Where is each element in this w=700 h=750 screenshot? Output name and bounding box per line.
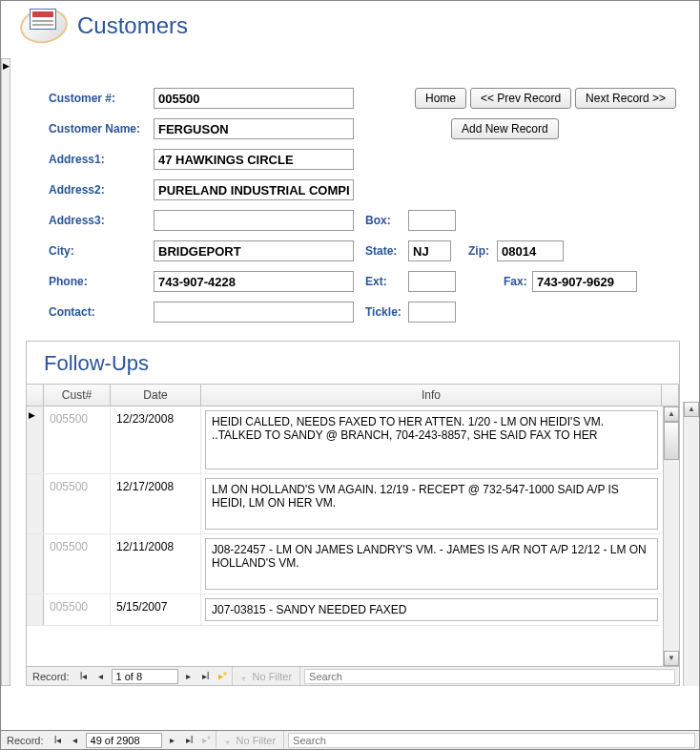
table-row[interactable]: 00550012/11/2008J08-22457 - LM ON JAMES … bbox=[27, 534, 662, 594]
label-state: State: bbox=[365, 244, 408, 258]
cell-cust[interactable]: 005500 bbox=[44, 406, 111, 473]
phone-field[interactable] bbox=[154, 271, 354, 292]
box-field[interactable] bbox=[408, 210, 456, 231]
label-contact: Contact: bbox=[49, 305, 154, 319]
subnav-last-button[interactable]: ▸I bbox=[197, 668, 215, 685]
label-address1: Address1: bbox=[49, 153, 154, 166]
grid-body: ▶00550012/23/2008HEIDI CALLED, NEEDS FAX… bbox=[27, 406, 679, 666]
outer-scroll-up-icon[interactable]: ▲ bbox=[684, 402, 699, 417]
cell-cust[interactable]: 005500 bbox=[44, 474, 111, 533]
cell-info-wrap: J07-03815 - SANDY NEEDED FAXED bbox=[201, 594, 662, 625]
next-record-button[interactable]: Next Record >> bbox=[575, 88, 676, 109]
label-zip: Zip: bbox=[468, 244, 497, 258]
city-field[interactable] bbox=[154, 240, 354, 261]
row-selector[interactable] bbox=[27, 474, 44, 533]
form-content: ▶ Customer #: Home << Prev Record Next R… bbox=[1, 58, 699, 686]
label-customer-num: Customer #: bbox=[49, 92, 154, 105]
label-customer-name: Customer Name: bbox=[49, 122, 154, 135]
label-box: Box: bbox=[365, 214, 408, 227]
table-row[interactable]: ▶00550012/23/2008HEIDI CALLED, NEEDS FAX… bbox=[27, 406, 662, 474]
scroll-up-icon[interactable]: ▲ bbox=[664, 406, 679, 422]
outernav-first-button[interactable]: I◂ bbox=[50, 732, 67, 749]
subnav-first-button[interactable]: I◂ bbox=[75, 668, 93, 685]
cell-info[interactable]: J07-03815 - SANDY NEEDED FAXED bbox=[205, 598, 658, 621]
outer-record-nav: Record: I◂ ◂ ▸ ▸I ▸* No Filter bbox=[1, 730, 699, 749]
cell-date[interactable]: 5/15/2007 bbox=[111, 594, 201, 625]
outernav-prev-button[interactable]: ◂ bbox=[67, 732, 84, 749]
cell-info-wrap: LM ON HOLLAND'S VM AGAIN. 12/19 - RECEPT… bbox=[201, 474, 662, 533]
address3-field[interactable] bbox=[154, 210, 354, 231]
header-selector[interactable] bbox=[27, 385, 44, 406]
contact-field[interactable] bbox=[154, 302, 354, 323]
label-city: City: bbox=[49, 244, 154, 258]
subnav-search[interactable] bbox=[304, 669, 675, 684]
row-selector[interactable] bbox=[27, 594, 44, 625]
add-new-record-button[interactable]: Add New Record bbox=[451, 118, 559, 139]
subform-record-nav: Record: I◂ ◂ ▸ ▸I ▸* No Filter bbox=[27, 666, 679, 685]
outernav-position[interactable] bbox=[86, 733, 162, 748]
label-phone: Phone: bbox=[49, 275, 154, 288]
header-scroll-gap bbox=[662, 385, 679, 406]
tickle-field[interactable] bbox=[408, 302, 456, 323]
followups-subform: Follow-Ups Cust# Date Info ▶00550012/23/… bbox=[26, 341, 680, 686]
subform-title: Follow-Ups bbox=[44, 351, 679, 376]
prev-record-button[interactable]: << Prev Record bbox=[470, 88, 571, 109]
cell-cust[interactable]: 005500 bbox=[44, 534, 111, 594]
header-cust[interactable]: Cust# bbox=[44, 385, 111, 406]
outernav-filter[interactable]: No Filter bbox=[216, 731, 285, 749]
outernav-search[interactable] bbox=[288, 733, 695, 748]
customers-icon bbox=[20, 9, 68, 43]
table-row[interactable]: 00550012/17/2008LM ON HOLLAND'S VM AGAIN… bbox=[27, 474, 662, 534]
label-address3: Address3: bbox=[49, 214, 154, 227]
home-button[interactable]: Home bbox=[415, 88, 466, 109]
cell-info-wrap: HEIDI CALLED, NEEDS FAXED TO HER ATTEN. … bbox=[201, 406, 662, 473]
outernav-new-button: ▸* bbox=[198, 732, 216, 749]
label-ext: Ext: bbox=[365, 275, 408, 288]
customer-name-field[interactable] bbox=[154, 118, 354, 139]
subnav-new-button[interactable]: ▸* bbox=[215, 668, 232, 685]
outernav-last-button[interactable]: ▸I bbox=[181, 732, 198, 749]
table-row[interactable]: 0055005/15/2007J07-03815 - SANDY NEEDED … bbox=[27, 594, 662, 626]
scrollbar-thumb[interactable] bbox=[664, 422, 679, 460]
cell-info[interactable]: HEIDI CALLED, NEEDS FAXED TO HER ATTEN. … bbox=[205, 410, 658, 469]
address2-field[interactable] bbox=[154, 179, 354, 200]
address1-field[interactable] bbox=[154, 149, 354, 170]
subform-vertical-scrollbar[interactable]: ▲ ▼ bbox=[663, 406, 679, 666]
label-tickle: Tickle: bbox=[365, 305, 408, 319]
subnav-prev-button[interactable]: ◂ bbox=[93, 668, 110, 685]
header-info[interactable]: Info bbox=[201, 385, 662, 406]
cell-info[interactable]: LM ON HOLLAND'S VM AGAIN. 12/19 - RECEPT… bbox=[205, 478, 658, 530]
row-selector[interactable]: ▶ bbox=[27, 406, 44, 473]
customer-number-field[interactable] bbox=[154, 88, 354, 109]
outernav-next-button[interactable]: ▸ bbox=[164, 732, 181, 749]
cell-info-wrap: J08-22457 - LM ON JAMES LANDRY'S VM. - J… bbox=[201, 534, 662, 594]
cell-date[interactable]: 12/17/2008 bbox=[111, 474, 201, 533]
cell-date[interactable]: 12/23/2008 bbox=[111, 406, 201, 473]
cell-cust[interactable]: 005500 bbox=[44, 594, 111, 625]
funnel-icon bbox=[224, 736, 234, 745]
page-title: Customers bbox=[77, 12, 188, 39]
fax-field[interactable] bbox=[532, 271, 637, 292]
subnav-next-button[interactable]: ▸ bbox=[180, 668, 197, 685]
outernav-label: Record: bbox=[1, 735, 50, 746]
header-date[interactable]: Date bbox=[111, 385, 201, 406]
customers-form: Customers ▶ Customer #: Home << Prev Rec… bbox=[0, 0, 700, 750]
row-selector[interactable] bbox=[27, 534, 44, 594]
subnav-filter[interactable]: No Filter bbox=[232, 667, 301, 685]
scroll-down-icon[interactable]: ▼ bbox=[664, 651, 679, 666]
state-field[interactable] bbox=[408, 240, 451, 261]
customer-fields: Customer #: Home << Prev Record Next Rec… bbox=[20, 68, 699, 323]
subnav-label: Record: bbox=[27, 671, 75, 682]
label-fax: Fax: bbox=[504, 275, 532, 288]
outer-record-selector[interactable]: ▶ bbox=[1, 58, 10, 686]
funnel-icon bbox=[240, 672, 250, 681]
grid-header: Cust# Date Info bbox=[27, 384, 679, 406]
form-header: Customers bbox=[1, 1, 699, 58]
ext-field[interactable] bbox=[408, 271, 456, 292]
label-address2: Address2: bbox=[49, 183, 154, 197]
cell-date[interactable]: 12/11/2008 bbox=[111, 534, 201, 594]
subnav-position[interactable] bbox=[112, 669, 178, 684]
zip-field[interactable] bbox=[497, 240, 564, 261]
outer-vertical-scrollbar[interactable]: ▲ bbox=[683, 402, 699, 686]
cell-info[interactable]: J08-22457 - LM ON JAMES LANDRY'S VM. - J… bbox=[205, 538, 658, 590]
